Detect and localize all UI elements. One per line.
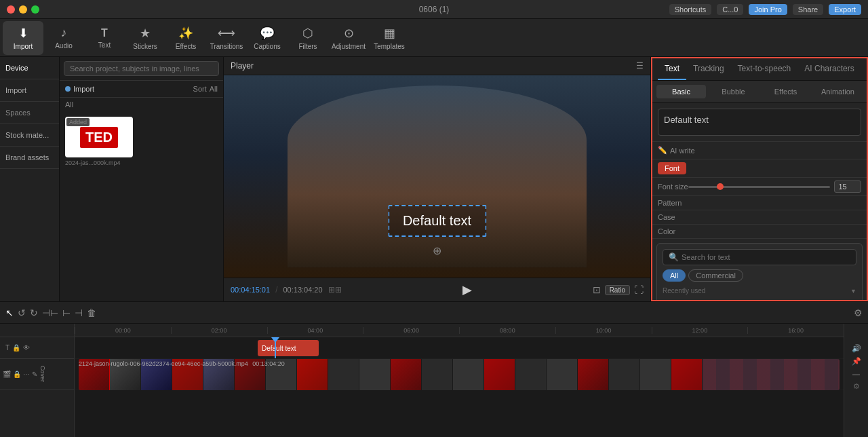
tool-adjustment[interactable]: ⊙ Adjustment [328, 21, 369, 55]
redo-tool[interactable]: ↻ [30, 307, 38, 318]
titlebar: 0606 (1) Shortcuts C...0 Join Pro Share … [0, 0, 868, 19]
eye-icon[interactable]: 👁 [23, 344, 30, 352]
tab-ai-characters[interactable]: AI Characters [797, 58, 861, 80]
frame-12 [453, 359, 484, 390]
share-button[interactable]: Share [793, 4, 823, 15]
font-size-input[interactable] [834, 180, 861, 193]
video-icon-below: ⊕ [433, 244, 441, 257]
join-pro-button[interactable]: Join Pro [749, 4, 787, 15]
font-size-slider[interactable] [688, 186, 830, 188]
tab-basic[interactable]: Basic [656, 85, 706, 98]
ruler-mark-1: 02:00 [171, 327, 267, 334]
trim-end-tool[interactable]: ⊣ [75, 307, 83, 318]
total-time: 00:13:04:20 [283, 286, 322, 294]
player-label: Player [231, 61, 254, 71]
timeline-track-labels: T 🔒 👁 🎬 🔒 ⋯ ✎ Cover [0, 324, 75, 437]
sort-button[interactable]: Sort [193, 85, 207, 93]
timeline-settings-icon[interactable]: ⚙ [854, 307, 863, 318]
all-filter-button[interactable]: All [210, 85, 218, 93]
search-input[interactable] [64, 61, 219, 76]
tool-filters[interactable]: ⬡ Filters [288, 21, 328, 55]
cursor-tool[interactable]: ↖ [5, 307, 14, 318]
frame-7 [297, 359, 328, 390]
video-edit-icon[interactable]: ✎ [32, 370, 37, 378]
filter-commercial-button[interactable]: Commercial [688, 269, 743, 282]
tab-text[interactable]: Text [658, 58, 686, 80]
right-panel-content: Basic Bubble Effects Animation Default t… [652, 81, 867, 300]
tool-effects[interactable]: ✨ Effects [165, 21, 206, 55]
font-option-times-new-roman[interactable]: Times New Roman [663, 297, 856, 300]
tool-audio[interactable]: ♪ Audio [43, 21, 84, 55]
text-input[interactable]: Default text [658, 109, 861, 136]
filter-all-button[interactable]: All [663, 269, 686, 282]
tool-stickers-label: Stickers [133, 43, 157, 50]
tool-captions[interactable]: 💬 Captions [247, 21, 288, 55]
font-tab-button[interactable]: Font [658, 162, 686, 174]
video-eye-icon[interactable]: ⋯ [23, 370, 30, 378]
tool-text[interactable]: T Text [84, 21, 125, 55]
list-item[interactable]: TED Added 2024-jas...000k.mp4 [65, 117, 218, 166]
cover-label: Cover [39, 366, 46, 382]
adjustment-icon: ⊙ [344, 26, 354, 41]
delete-tool[interactable]: 🗑 [87, 307, 96, 318]
font-tab-row: Font [652, 159, 867, 178]
close-button[interactable] [7, 5, 15, 14]
video-lock-icon[interactable]: 🔒 [13, 370, 21, 378]
playhead[interactable] [275, 337, 276, 358]
player-menu-icon[interactable]: ☰ [636, 61, 644, 71]
shortcuts-button[interactable]: Shortcuts [669, 4, 711, 15]
left-section-stockmate: Stock mate... [0, 124, 59, 147]
tool-import[interactable]: ⬇ Import [3, 21, 43, 55]
ratio-button[interactable]: Ratio [605, 285, 630, 295]
ruler-mark-2: 04:00 [267, 327, 363, 334]
lock-icon[interactable]: 🔒 [12, 344, 20, 352]
tool-templates[interactable]: ▦ Templates [369, 21, 410, 55]
fit-icon[interactable]: ⊡ [593, 284, 601, 295]
text-track-row: Default text [75, 337, 844, 359]
settings-icon[interactable]: ⚙ [853, 382, 860, 391]
left-section-brandassets: Brand assets [0, 147, 59, 169]
volume-icon[interactable]: — [852, 370, 860, 378]
ruler-mark-7: 16:00 [747, 327, 844, 334]
minimize-button[interactable] [19, 5, 27, 14]
tool-text-label: Text [98, 41, 111, 49]
speaker-icon[interactable]: 🔊 [852, 344, 861, 353]
timeline-ruler: 00:00 02:00 04:00 06:00 08:00 10:00 12:0… [75, 324, 844, 337]
export-button[interactable]: Export [829, 4, 861, 15]
user-button[interactable]: C...0 [717, 4, 743, 15]
tab-animation[interactable]: Animation [813, 85, 863, 98]
tool-stickers[interactable]: ★ Stickers [125, 21, 165, 55]
tab-bubble[interactable]: Bubble [709, 85, 758, 98]
sidebar-item-brandassets[interactable]: Brand assets [4, 151, 55, 164]
ai-write-button[interactable]: ✏️ AI write [658, 146, 695, 155]
sidebar-item-import[interactable]: Import [4, 83, 55, 97]
left-section-import: Import [0, 79, 59, 102]
tab-tts[interactable]: Text-to-speech [731, 58, 798, 80]
video-track-row: 2124-jason-rugolo-006-962d2374-ee94-46ec… [75, 359, 844, 390]
templates-icon: ▦ [384, 26, 395, 41]
text-clip[interactable]: Default text [258, 340, 319, 356]
video-track-icon: 🎬 [3, 370, 11, 378]
player-area: Player ☰ Default text ⊕ 00:04:15:01 / 00… [224, 57, 651, 301]
frame-15 [547, 359, 578, 390]
play-button[interactable]: ▶ [462, 282, 472, 297]
font-size-thumb[interactable] [717, 183, 724, 190]
tab-tracking[interactable]: Tracking [686, 58, 731, 80]
video-text-overlay[interactable]: Default text [388, 205, 486, 237]
trim-start-tool[interactable]: ⊢ [62, 307, 71, 318]
device-section-label[interactable]: Device [4, 61, 55, 75]
maximize-button[interactable] [31, 5, 39, 14]
split-tool[interactable]: ⊣⊢ [42, 307, 58, 318]
main-area: Device Import Spaces Stock mate... Brand… [0, 57, 868, 301]
thumbnail[interactable]: TED Added [65, 117, 133, 157]
sidebar-item-stockmate[interactable]: Stock mate... [4, 128, 55, 142]
magnet-icon[interactable]: 📌 [852, 357, 861, 366]
text-input-area: Default text [652, 103, 867, 142]
spaces-section-label[interactable]: Spaces [4, 106, 55, 119]
tool-transitions[interactable]: ⟷ Transitions [206, 21, 247, 55]
tab-effects[interactable]: Effects [761, 85, 810, 98]
undo-tool[interactable]: ↺ [18, 307, 26, 318]
frame-17 [609, 359, 640, 390]
fullscreen-icon[interactable]: ⛶ [634, 284, 644, 295]
font-search-input[interactable] [682, 253, 850, 261]
